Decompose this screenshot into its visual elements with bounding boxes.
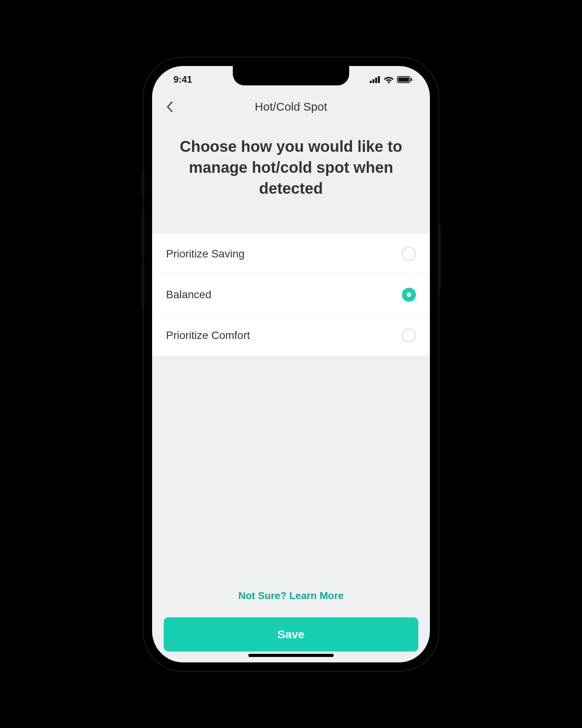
option-prioritize-saving[interactable]: Prioritize Saving — [152, 234, 430, 275]
nav-header: Hot/Cold Spot — [152, 93, 430, 120]
page-heading: Choose how you would like to manage hot/… — [152, 120, 430, 234]
svg-point-4 — [388, 81, 390, 83]
cellular-icon — [370, 76, 381, 83]
side-button — [141, 174, 144, 197]
chevron-left-icon — [166, 101, 173, 112]
option-label: Prioritize Saving — [166, 248, 244, 260]
svg-rect-0 — [370, 81, 372, 83]
option-label: Balanced — [166, 288, 211, 301]
svg-rect-2 — [375, 78, 377, 83]
option-prioritize-comfort[interactable]: Prioritize Comfort — [152, 315, 430, 356]
wifi-icon — [384, 76, 394, 83]
save-button[interactable]: Save — [164, 617, 418, 652]
svg-rect-7 — [411, 78, 412, 81]
notch — [233, 66, 349, 85]
nav-title: Hot/Cold Spot — [255, 100, 327, 113]
radio-unselected-icon — [402, 328, 416, 342]
status-time: 9:41 — [173, 74, 192, 85]
svg-rect-3 — [378, 76, 380, 83]
side-button — [141, 213, 144, 255]
option-balanced[interactable]: Balanced — [152, 275, 430, 315]
battery-icon — [397, 76, 412, 83]
learn-more-link[interactable]: Not Sure? Learn More — [164, 578, 418, 617]
screen: 9:41 — [152, 66, 430, 662]
side-button — [438, 224, 441, 290]
radio-unselected-icon — [402, 247, 416, 261]
svg-rect-6 — [398, 77, 409, 82]
footer: Not Sure? Learn More Save — [152, 578, 430, 662]
svg-rect-1 — [372, 79, 374, 83]
side-button — [141, 263, 144, 306]
status-indicators — [370, 76, 412, 83]
home-indicator[interactable] — [248, 654, 334, 657]
back-button[interactable] — [162, 99, 177, 115]
spacer — [152, 356, 430, 578]
options-list: Prioritize Saving Balanced Prioritize Co… — [152, 234, 430, 356]
phone-device-frame: 9:41 — [144, 57, 438, 671]
radio-selected-icon — [402, 288, 416, 302]
option-label: Prioritize Comfort — [166, 329, 250, 342]
